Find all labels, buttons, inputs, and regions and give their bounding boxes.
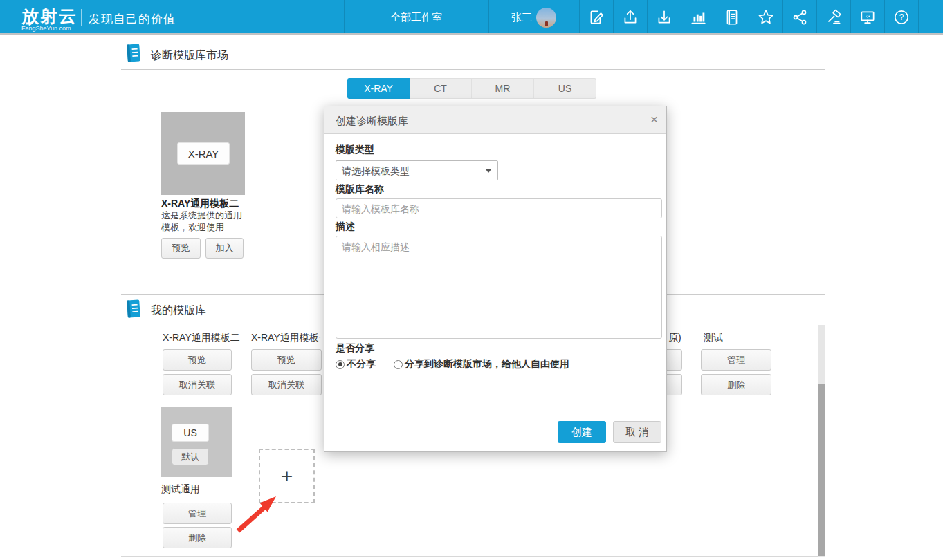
radio-no-share[interactable]: 不分享 [336, 358, 376, 371]
library-card-title: X-RAY通用模板二 [163, 332, 240, 344]
delete-button[interactable]: 删除 [163, 527, 232, 548]
compose-icon[interactable] [579, 0, 613, 35]
gavel-icon[interactable] [816, 0, 850, 35]
preview-button[interactable]: 预览 [161, 238, 201, 259]
radio-selected-icon[interactable] [336, 360, 345, 369]
description-label: 描述 [336, 221, 355, 233]
market-title: 诊断模版库市场 [151, 48, 228, 63]
preview-button[interactable]: 预览 [251, 349, 322, 371]
select-value: 请选择模板类型 [342, 165, 410, 178]
download-icon[interactable] [647, 0, 681, 35]
workspace-menu[interactable]: 全部工作室 [344, 0, 488, 35]
template-type-button[interactable]: US [172, 424, 209, 442]
template-title: X-RAY通用模板二 [161, 198, 239, 210]
library-name-input[interactable] [336, 198, 662, 218]
header-divider [918, 0, 919, 33]
book-icon[interactable] [715, 0, 749, 35]
template-description: 这是系统提供的通用模板，欢迎使用 [161, 209, 248, 233]
my-library-title: 我的模版库 [151, 304, 206, 318]
close-icon[interactable]: × [650, 113, 658, 127]
cancel-button[interactable]: 取 消 [613, 421, 661, 443]
description-textarea[interactable] [336, 236, 662, 339]
template-thumbnail [161, 407, 232, 477]
plus-icon: + [281, 465, 293, 488]
library-card-title: 测试通用 [161, 483, 200, 496]
chevron-down-icon [486, 169, 491, 173]
share-label: 是否分享 [336, 342, 374, 355]
type-label: 模版类型 [336, 144, 374, 156]
page: 放射云 FangSheYun.com 发现自己的价值 全部工作室 张三 [0, 0, 943, 560]
library-card-title: 测试 [704, 332, 723, 344]
app-slogan: 发现自己的价值 [89, 11, 176, 27]
dialog-header: 创建诊断模版库 × [324, 106, 666, 134]
username-label: 张三 [511, 11, 532, 24]
default-badge-button[interactable]: 默认 [172, 448, 209, 465]
manage-button[interactable]: 管理 [163, 503, 232, 524]
share-icon[interactable] [782, 0, 816, 35]
preview-button[interactable]: 预览 [163, 349, 232, 371]
join-button[interactable]: 加入 [205, 238, 244, 259]
svg-text:?: ? [899, 12, 904, 22]
template-type-button[interactable]: X-RAY [177, 142, 230, 165]
scrollbar-thumb[interactable] [818, 384, 825, 556]
radio-label: 分享到诊断模版市场，给他人自由使用 [405, 358, 569, 371]
radio-label: 不分享 [347, 358, 376, 371]
create-button[interactable]: 创建 [558, 421, 606, 443]
logo-divider [81, 9, 82, 26]
user-menu[interactable]: 张三 [488, 0, 579, 35]
vertical-scrollbar[interactable] [818, 325, 825, 557]
tab-mr[interactable]: MR [472, 78, 534, 99]
tab-ct[interactable]: CT [410, 78, 472, 99]
name-label: 模版库名称 [336, 183, 384, 196]
dialog-title: 创建诊断模版库 [336, 115, 408, 128]
tab-xray[interactable]: X-RAY [347, 78, 410, 99]
unlink-button[interactable]: 取消关联 [163, 374, 232, 395]
red-arrow-annotation [232, 488, 282, 538]
share-options: 不分享 分享到诊断模版市场，给他人自由使用 [336, 358, 569, 371]
help-icon[interactable]: ? [884, 0, 918, 35]
app-logo-subtitle: FangSheYun.com [21, 25, 71, 32]
bar-chart-icon[interactable] [681, 0, 715, 35]
clipped-card-title: 原) [668, 332, 681, 344]
tab-us[interactable]: US [534, 78, 596, 99]
avatar[interactable] [536, 8, 556, 28]
divider [121, 69, 825, 70]
monitor-icon[interactable] [850, 0, 884, 35]
manage-button[interactable]: 管理 [701, 349, 771, 371]
delete-button[interactable]: 删除 [701, 374, 771, 395]
section-book-icon [125, 297, 143, 319]
unlink-button[interactable]: 取消关联 [251, 374, 322, 395]
divider [121, 556, 825, 557]
create-template-dialog: 创建诊断模版库 × 模版类型 请选择模板类型 模版库名称 描述 是否分享 不分享… [324, 106, 667, 452]
template-type-select[interactable]: 请选择模板类型 [336, 160, 498, 180]
top-navbar: 放射云 FangSheYun.com 发现自己的价值 全部工作室 张三 [0, 0, 943, 35]
radio-share-to-market[interactable]: 分享到诊断模版市场，给他人自由使用 [394, 358, 569, 371]
library-card-title: X-RAY通用模板一 [251, 332, 329, 344]
section-book-icon [125, 41, 143, 64]
radio-unselected-icon[interactable] [394, 360, 403, 369]
upload-icon[interactable] [613, 0, 647, 35]
star-icon[interactable] [749, 0, 782, 35]
